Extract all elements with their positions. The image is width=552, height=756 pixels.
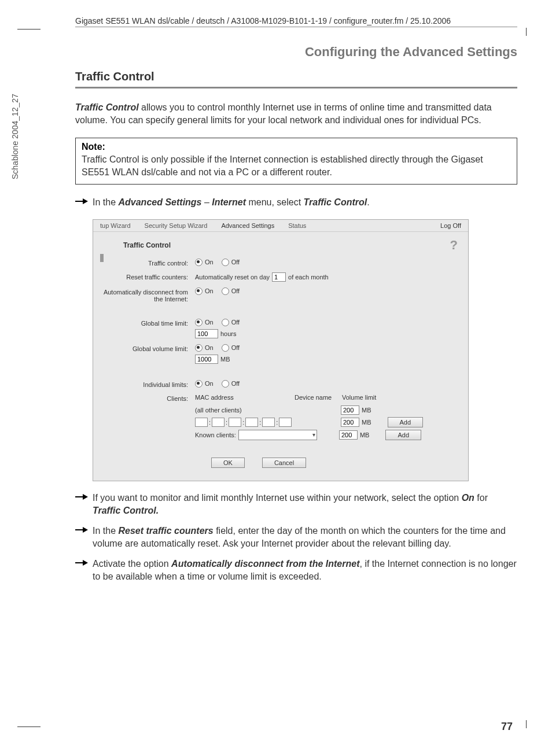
radio-gtl-off[interactable]: Off [222,319,240,326]
col-volume: Volume limit [342,394,385,401]
reset-pre: Automatically reset on day [195,274,270,281]
t: menu, select [246,197,304,207]
t: Off [231,380,240,387]
instruction-3: In the Reset traffic counters field, ent… [75,525,517,550]
mac-4[interactable] [245,418,258,427]
instruction-4: Activate the option Automatically discon… [75,558,517,582]
t: Off [231,287,240,294]
svg-marker-1 [83,198,88,204]
arrow-icon [75,558,93,582]
gvl-input[interactable] [195,355,218,364]
t: Activate the option [93,559,171,569]
instruction-1: In the Advanced Settings – Internet menu… [75,196,517,209]
t: Off [231,344,240,351]
tab-advanced-settings[interactable]: Advanced Settings [214,220,281,231]
add-button-1[interactable]: Add [388,417,424,427]
label-clients: Clients: [101,394,195,402]
mac-1[interactable] [195,418,208,427]
label-auto-disconnect: Automatically disconnect from the Intern… [101,287,195,303]
t: Traffic Control [304,197,367,207]
t: Traffic Control. [93,506,159,515]
t: Automatically disconnect from the Intern… [171,559,359,569]
svg-marker-5 [83,527,88,533]
radio-gtl-on[interactable]: On [195,319,214,326]
intro-bold: Traffic Control [75,102,139,112]
tab-security-wizard[interactable]: Security Setup Wizard [138,220,215,231]
radio-tc-on[interactable]: On [195,259,214,266]
screenshot-title: Traffic Control [100,241,171,249]
arrow-icon [75,525,93,550]
page-number: 77 [501,721,513,733]
add-button-2[interactable]: Add [385,430,421,440]
note-box: Note: Traffic Control is only possible i… [75,138,517,185]
header-mark [100,254,104,262]
intro-paragraph: Traffic Control allows you to control mo… [75,101,517,126]
t: On [205,380,214,387]
known-clients-select[interactable]: ▾ [238,430,317,440]
header-breadcrumb: Gigaset SE551 WLAN dsl/cable / deutsch /… [75,16,517,27]
vol-input-1[interactable] [341,405,359,415]
tab-status[interactable]: Status [281,220,313,231]
label-gvl: Global volume limit: [101,344,195,352]
unit: MB [362,407,371,414]
t: On [205,344,214,351]
radio-ad-off[interactable]: Off [222,287,240,295]
mac-5[interactable] [262,418,275,427]
radio-ad-on[interactable]: On [195,287,214,295]
tab-setup-wizard[interactable]: tup Wizard [93,220,138,231]
note-title: Note: [82,142,511,152]
t: If you want to monitor and limit monthly… [93,493,462,503]
note-body: Traffic Control is only possible if the … [82,153,511,178]
unit: MB [360,432,370,438]
gtl-input[interactable] [195,329,218,338]
reset-day-input[interactable] [272,272,286,282]
radio-ind-on[interactable]: On [195,380,214,388]
label-traffic-control: Traffic control: [101,259,195,267]
vol-input-2[interactable] [341,418,359,427]
instruction-2: If you want to monitor and limit monthly… [75,492,517,517]
t: for [474,493,488,503]
reset-post: of each month [288,274,329,281]
ok-button[interactable]: OK [211,458,245,468]
svg-marker-3 [83,494,88,500]
known-clients-label: Known clients: [195,432,236,438]
t: Reset traffic counters [118,526,213,536]
t: On [462,493,474,503]
col-mac: MAC address [195,394,293,401]
gvl-unit: MB [220,356,230,363]
gtl-unit: hours [220,330,237,337]
t: . [367,197,369,207]
label-individual: Individual limits: [101,380,195,388]
title-rule [75,87,517,88]
t: On [205,287,214,294]
all-other-clients: (all other clients) [195,407,338,414]
t: – [202,197,212,207]
radio-ind-off[interactable]: Off [222,380,240,388]
vol-input-3[interactable] [339,430,358,440]
radio-gvl-on[interactable]: On [195,344,214,352]
t: On [205,319,214,326]
col-device: Device name [295,394,341,401]
mac-3[interactable] [229,418,241,427]
t: In the [93,197,118,207]
label-gtl: Global time limit: [101,319,195,327]
logoff-link[interactable]: Log Off [433,220,468,231]
t: On [205,259,214,265]
radio-gvl-off[interactable]: Off [222,344,240,352]
section-title: Traffic Control [75,70,517,83]
mac-6[interactable] [279,418,292,427]
radio-tc-off[interactable]: Off [222,259,240,266]
arrow-icon [75,196,93,209]
t: Off [231,259,240,265]
router-screenshot: tup Wizard Security Setup Wizard Advance… [93,219,469,481]
t: Off [231,319,240,326]
help-icon[interactable]: ? [450,238,461,253]
t: In the [93,526,118,536]
t: Advanced Settings [118,197,201,207]
arrow-icon [75,492,93,517]
t: Internet [212,197,246,207]
mac-2[interactable] [212,418,225,427]
cancel-button[interactable]: Cancel [262,458,306,468]
svg-marker-7 [83,560,88,566]
unit: MB [362,419,371,426]
